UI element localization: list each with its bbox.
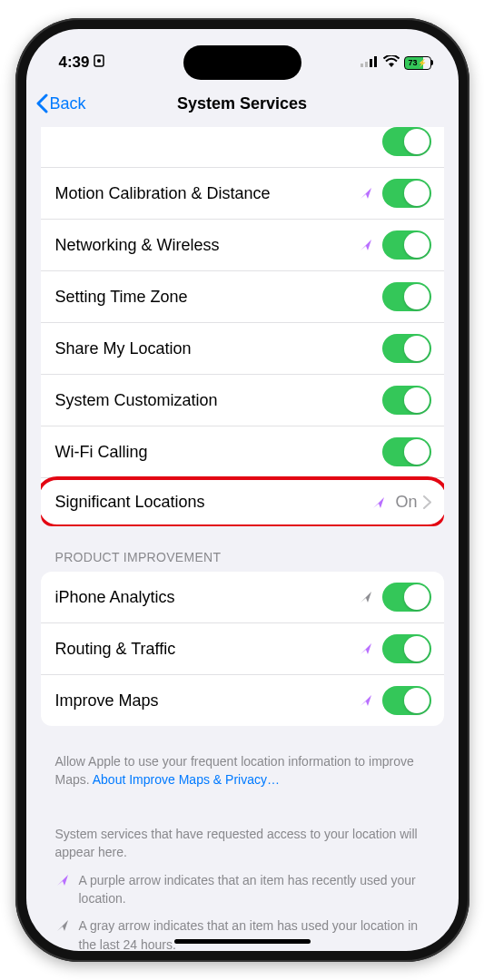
row-label: Networking & Wireless	[55, 236, 359, 255]
row-label: System Customization	[55, 391, 382, 410]
wifi-icon	[383, 54, 400, 72]
row-networking-wireless[interactable]: Networking & Wireless	[41, 220, 444, 271]
chevron-left-icon	[35, 93, 48, 113]
back-button[interactable]: Back	[35, 93, 86, 113]
row-routing-traffic[interactable]: Routing & Traffic	[41, 623, 444, 675]
row-motion-calibration[interactable]: Motion Calibration & Distance	[41, 168, 444, 220]
svg-point-1	[97, 59, 101, 63]
back-label: Back	[50, 94, 86, 113]
legend-intro: System services that have requested acce…	[55, 825, 430, 862]
battery-icon: 73⚡	[404, 56, 433, 70]
status-time: 4:39	[59, 54, 90, 72]
content-scroll[interactable]: Motion Calibration & Distance Networking…	[26, 127, 459, 951]
lock-indicator-icon	[94, 54, 104, 72]
system-services-group: Motion Calibration & Distance Networking…	[41, 127, 444, 526]
toggle-setting-time-zone[interactable]	[382, 282, 431, 311]
svg-rect-2	[361, 64, 363, 67]
location-arrow-icon	[55, 873, 70, 887]
row-value: On	[395, 493, 417, 512]
privacy-link[interactable]: About Improve Maps & Privacy…	[93, 772, 280, 787]
location-arrow-icon	[55, 918, 70, 933]
toggle-improve-maps[interactable]	[382, 686, 431, 715]
row-significant-locations[interactable]: Significant Locations On	[41, 478, 444, 526]
phone-frame: 4:39 73⚡ Back	[15, 18, 469, 962]
location-arrow-icon	[359, 590, 373, 604]
home-indicator[interactable]	[174, 939, 311, 944]
row-label: Share My Location	[55, 339, 382, 358]
location-arrow-icon	[371, 495, 386, 510]
svg-rect-3	[365, 62, 368, 67]
nav-bar: Back System Services	[26, 80, 459, 127]
section-header-product-improvement: PRODUCT IMPROVEMENT	[41, 544, 444, 572]
row-improve-maps[interactable]: Improve Maps	[41, 675, 444, 726]
row-setting-time-zone[interactable]: Setting Time Zone	[41, 271, 444, 323]
row-label: Setting Time Zone	[55, 288, 382, 307]
row-label: Wi-Fi Calling	[55, 443, 382, 462]
legend-purple-text: A purple arrow indicates that an item ha…	[79, 871, 430, 908]
chevron-right-icon	[423, 495, 431, 509]
dynamic-island	[183, 45, 301, 80]
row-label: Improve Maps	[55, 691, 359, 710]
svg-rect-4	[370, 59, 372, 67]
toggle-routing-traffic[interactable]	[382, 634, 431, 663]
product-improvement-group: iPhone Analytics Routing & Traffic Impro…	[41, 572, 444, 726]
row-iphone-analytics[interactable]: iPhone Analytics	[41, 572, 444, 623]
toggle-iphone-analytics[interactable]	[382, 583, 431, 612]
toggle-share-my-location[interactable]	[382, 334, 431, 363]
location-arrow-icon	[359, 642, 373, 656]
svg-rect-5	[374, 56, 377, 67]
row-label: iPhone Analytics	[55, 588, 359, 607]
toggle-partial[interactable]	[382, 127, 431, 156]
row-wifi-calling[interactable]: Wi-Fi Calling	[41, 426, 444, 478]
row-label: Significant Locations	[55, 493, 372, 512]
row-share-my-location[interactable]: Share My Location	[41, 323, 444, 375]
cellular-icon	[361, 54, 379, 72]
row-system-customization[interactable]: System Customization	[41, 375, 444, 426]
location-arrow-icon	[359, 238, 373, 252]
toggle-motion-calibration[interactable]	[382, 179, 431, 208]
location-arrow-icon	[359, 693, 373, 708]
toggle-wifi-calling[interactable]	[382, 437, 431, 466]
partial-row[interactable]	[41, 127, 444, 168]
row-label: Routing & Traffic	[55, 640, 359, 659]
location-arrow-icon	[359, 186, 373, 201]
page-title: System Services	[177, 94, 307, 113]
phone-screen: 4:39 73⚡ Back	[26, 29, 459, 951]
improve-maps-footer: Allow Apple to use your frequent locatio…	[41, 744, 444, 789]
toggle-system-customization[interactable]	[382, 386, 431, 415]
legend-section: System services that have requested acce…	[41, 789, 444, 951]
legend-gray-text: A gray arrow indicates that an item has …	[79, 916, 430, 951]
toggle-networking-wireless[interactable]	[382, 230, 431, 260]
row-label: Motion Calibration & Distance	[55, 184, 359, 203]
